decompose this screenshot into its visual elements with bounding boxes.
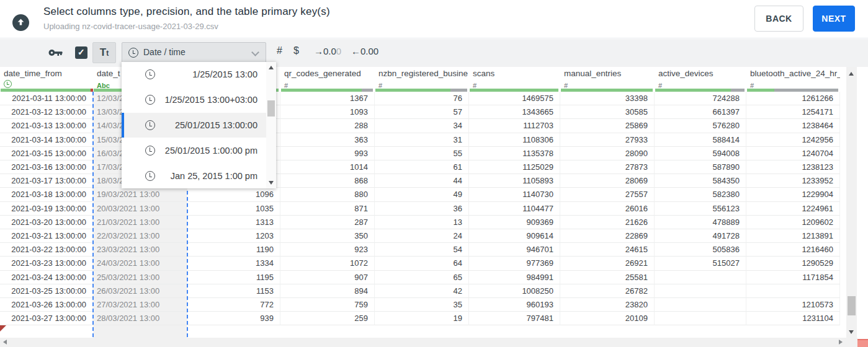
- table-cell: 1261266: [746, 92, 840, 105]
- table-horizontal-scrollbar[interactable]: [0, 338, 857, 347]
- table-cell: 28069: [560, 174, 655, 188]
- scroll-left-icon[interactable]: [3, 340, 7, 345]
- column-header-qr_codes_generated[interactable]: qr_codes_generated#: [280, 67, 375, 89]
- increase-decimals-button[interactable]: ←0.00: [351, 46, 378, 56]
- table-cell: 2021-03-22 13:00:00: [0, 243, 93, 257]
- table-cell: 2021-03-24 13:00:00: [0, 271, 93, 284]
- table-cell: [746, 284, 840, 298]
- table-cell: 993: [280, 147, 375, 160]
- table-cell: 34: [375, 119, 469, 133]
- table-cell: 1313: [187, 216, 280, 229]
- table-cell: 19/03/2021 13:00: [93, 188, 187, 201]
- table-row: 2021-03-22 13:00:0023/03/2021 13:0011909…: [0, 243, 840, 257]
- table-cell: 26/03/2021 13:00: [93, 284, 187, 298]
- table-cell: 25869: [560, 119, 655, 133]
- clock-icon: [145, 146, 155, 156]
- text-type-button[interactable]: Tt: [92, 42, 116, 63]
- table-cell: 1233952: [746, 174, 840, 188]
- dropdown-option[interactable]: 25/01/2015 1:00:00 pm: [122, 138, 266, 163]
- decrease-decimals-button[interactable]: →0.00: [314, 46, 341, 56]
- table-cell: 584350: [655, 174, 746, 188]
- table-cell: 1238123: [746, 160, 840, 174]
- table-cell: 2021-03-14 13:00:00: [0, 133, 93, 147]
- dropdown-option[interactable]: 1/25/2015 13:00+03:00: [122, 87, 266, 113]
- table-cell: 64: [375, 257, 469, 270]
- table-cell: 27873: [560, 160, 655, 174]
- table-cell: 20109: [560, 312, 655, 325]
- currency-type-button[interactable]: $: [293, 45, 299, 56]
- vertical-scrollbar-thumb[interactable]: [848, 296, 856, 315]
- table-cell: 31: [375, 133, 469, 147]
- table-cell: 2021-03-15 13:00:00: [0, 147, 93, 160]
- corner-accent: [857, 339, 868, 347]
- primary-key-icon[interactable]: [48, 48, 63, 57]
- table-cell: 1195: [187, 271, 280, 284]
- table-cell: 880: [280, 188, 375, 201]
- include-column-checkbox[interactable]: [75, 46, 87, 59]
- table-cell: 19: [375, 312, 469, 325]
- table-cell: 363: [280, 133, 375, 147]
- table-cell: 24615: [560, 243, 655, 257]
- table-cell: 1096: [187, 188, 280, 201]
- column-header-scans[interactable]: scans#: [469, 67, 560, 89]
- column-header-date_time_from[interactable]: date_time_from: [0, 67, 93, 89]
- table-cell: 2021-03-20 13:00:00: [0, 216, 93, 229]
- column-selection-border: [92, 92, 94, 338]
- integer-type-button[interactable]: #: [277, 45, 282, 56]
- table-cell: 1171854: [746, 271, 840, 284]
- table-cell: 909614: [469, 229, 560, 243]
- scroll-down-icon[interactable]: [269, 181, 274, 185]
- dropdown-scrollbar-thumb[interactable]: [267, 100, 275, 116]
- table-row: 2021-03-23 13:00:0024/03/2021 13:0013341…: [0, 257, 840, 270]
- dropdown-option[interactable]: Jan 25, 2015 1:00 pm: [122, 163, 266, 188]
- table-cell: 1224961: [746, 202, 840, 216]
- table-cell: 907: [280, 271, 375, 284]
- table-cell: 2021-03-13 13:00:00: [0, 119, 93, 133]
- table-cell: 13: [375, 216, 469, 229]
- clock-icon: [145, 120, 155, 130]
- number-type-label: #: [564, 82, 568, 89]
- number-type-label: #: [378, 82, 382, 89]
- table-cell: 35: [375, 298, 469, 312]
- table-cell: 2021-03-26 13:00:00: [0, 298, 93, 312]
- column-type-indicator: #: [473, 79, 477, 88]
- table-cell: 977369: [469, 257, 560, 270]
- table-cell: 582380: [655, 188, 746, 201]
- scroll-down-icon[interactable]: [849, 330, 854, 334]
- table-cell: 54: [375, 243, 469, 257]
- dropdown-option[interactable]: 1/25/2015 13:00: [122, 62, 266, 87]
- table-cell: 1469575: [469, 92, 560, 105]
- table-cell: 1072: [280, 257, 375, 270]
- table-cell: 491728: [655, 229, 746, 243]
- table-vertical-scrollbar[interactable]: [846, 67, 857, 338]
- table-cell: 1203: [187, 229, 280, 243]
- table-cell: 1035: [187, 202, 280, 216]
- scroll-up-icon[interactable]: [849, 72, 854, 76]
- table-row: 2021-03-19 13:00:0020/03/2021 13:0010358…: [0, 202, 840, 216]
- scroll-right-icon[interactable]: [839, 340, 843, 345]
- dropdown-scrollbar[interactable]: [266, 62, 276, 188]
- dropdown-option-label: 1/25/2015 13:00: [192, 69, 257, 79]
- clock-icon: [4, 80, 12, 88]
- column-name: bluetooth_active_24_hr_: [750, 69, 840, 78]
- table-cell: 20/03/2021 13:00: [93, 202, 187, 216]
- dropdown-option[interactable]: 25/01/2015 13:00:00: [122, 113, 266, 138]
- table-cell: 22869: [560, 229, 655, 243]
- column-header-bluetooth_active_24_hr_[interactable]: bluetooth_active_24_hr_#: [746, 67, 840, 89]
- table-cell: 1231104: [746, 312, 840, 325]
- clock-icon: [145, 69, 155, 79]
- table-cell: 939: [187, 312, 280, 325]
- back-button[interactable]: BACK: [754, 6, 803, 32]
- type-select[interactable]: Date / time: [122, 42, 266, 63]
- column-header-active_devices[interactable]: active_devices#: [655, 67, 746, 89]
- column-header-manual_entries[interactable]: manual_entries#: [560, 67, 655, 89]
- column-type-indicator: #: [378, 79, 382, 88]
- page-subtitle: Uploading nz-covid-tracer-usage-2021-03-…: [43, 22, 218, 31]
- column-header-nzbn_registered_busine[interactable]: nzbn_registered_busine#: [375, 67, 469, 89]
- table-cell: 1242956: [746, 133, 840, 147]
- table-cell: 594008: [655, 147, 746, 160]
- column-type-indicator: #: [284, 79, 288, 88]
- scroll-up-icon[interactable]: [269, 66, 274, 69]
- next-button[interactable]: NEXT: [813, 6, 855, 32]
- table-cell: 25/03/2021 13:00: [93, 271, 187, 284]
